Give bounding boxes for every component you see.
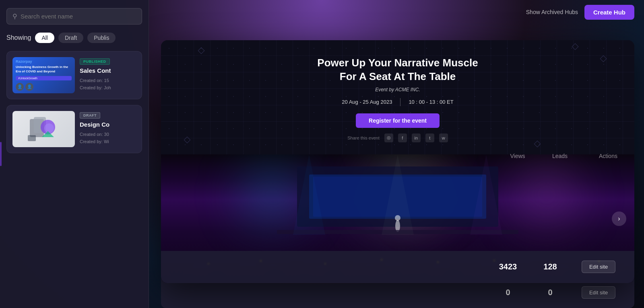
filter-all-button[interactable]: All: [35, 33, 54, 43]
filter-row: Showing All Draft Publis: [6, 33, 142, 43]
main-area: Show Archived Hubs Create Hub Views Lead…: [149, 0, 644, 308]
event-1-views: 3423: [488, 262, 528, 271]
filter-published-button[interactable]: Publis: [87, 33, 116, 43]
event-info-1: PUBLISHED Sales Cont Created on: 15Creat…: [80, 57, 136, 93]
thumb-faces: 👤 👤: [16, 83, 72, 91]
sidebar: ⚲ Showing All Draft Publis Razorpay Unlo…: [0, 0, 149, 308]
date-divider: [400, 98, 400, 106]
search-input[interactable]: [21, 13, 136, 20]
event-1-stats-row: 3423 128 Edit site: [161, 251, 634, 283]
show-archived-button[interactable]: Show Archived Hubs: [526, 9, 578, 15]
event-card-2[interactable]: DRAFT Design Co Created on: 30Created by…: [6, 105, 142, 153]
event-name-1: Sales Cont: [80, 67, 136, 74]
share-label: Share this event: [347, 136, 380, 140]
event-title: Power Up Your Narrative Muscle For A Sea…: [185, 56, 610, 84]
event-status-badge-1: PUBLISHED: [80, 58, 110, 65]
event-name-2: Design Co: [80, 121, 136, 128]
whatsapp-icon[interactable]: w: [439, 133, 448, 142]
svg-point-3: [44, 123, 54, 133]
event-1-leads: 128: [528, 262, 572, 271]
design-art: [12, 111, 75, 147]
event-info-2: DRAFT Design Co Created on: 30Created by…: [80, 111, 136, 147]
event-by: Event by ACME INC.: [185, 87, 610, 92]
register-button[interactable]: Register for the event: [356, 113, 440, 128]
event-1-actions: Edit site: [572, 261, 625, 273]
face-2: 👤: [25, 83, 33, 91]
table-headers: Views Leads Actions: [149, 153, 644, 159]
event-preview: Power Up Your Narrative Muscle For A Sea…: [161, 40, 634, 283]
event-2-actions: Edit site: [572, 286, 625, 299]
create-hub-button[interactable]: Create Hub: [584, 5, 634, 20]
event-time-range: 10 : 00 - 13 : 00 ET: [409, 99, 453, 105]
event-date-range: 20 Aug - 25 Aug 2023: [342, 99, 392, 105]
share-row: Share this event ◎ f in t w: [185, 133, 610, 142]
event-banner: Power Up Your Narrative Muscle For A Sea…: [161, 40, 634, 154]
showing-label: Showing: [6, 34, 31, 41]
event-status-badge-2: DRAFT: [80, 112, 100, 119]
next-arrow[interactable]: ›: [612, 211, 626, 226]
event-2-leads: 0: [528, 288, 572, 297]
search-icon: ⚲: [12, 12, 17, 20]
event-2-views: 0: [488, 288, 528, 297]
facebook-icon[interactable]: f: [398, 133, 407, 142]
brand-label: Razorpay: [16, 60, 72, 64]
event-thumbnail-2: [12, 111, 75, 147]
event-meta-1: Created on: 15Created by: Joh: [80, 77, 136, 91]
face-1: 👤: [16, 83, 24, 91]
svg-rect-5: [28, 135, 36, 141]
edit-site-button-2[interactable]: Edit site: [582, 286, 615, 299]
sidebar-scroll: [0, 142, 2, 166]
col-header-leads: Leads: [538, 153, 582, 159]
thumb-title: Unlocking Business Growth in the Era of …: [16, 65, 72, 74]
top-bar: Show Archived Hubs Create Hub: [149, 0, 644, 24]
col-header-views: Views: [497, 153, 538, 159]
twitter-icon[interactable]: t: [425, 133, 434, 142]
edit-site-button-1[interactable]: Edit site: [582, 261, 615, 273]
event-dates: 20 Aug - 25 Aug 2023 10 : 00 - 13 : 00 E…: [185, 98, 610, 106]
search-bar[interactable]: ⚲: [6, 8, 142, 25]
event-meta-2: Created on: 30Created by: Wi: [80, 131, 136, 145]
col-header-actions: Actions: [582, 153, 634, 159]
instagram-icon[interactable]: ◎: [384, 133, 393, 142]
linkedin-icon[interactable]: in: [412, 133, 421, 142]
filter-draft-button[interactable]: Draft: [58, 33, 83, 43]
thumb-hashtag: #UnlockGrowth: [16, 76, 72, 80]
event-card-1[interactable]: Razorpay Unlocking Business Growth in th…: [6, 51, 142, 99]
event-thumbnail-1: Razorpay Unlocking Business Growth in th…: [12, 57, 75, 93]
